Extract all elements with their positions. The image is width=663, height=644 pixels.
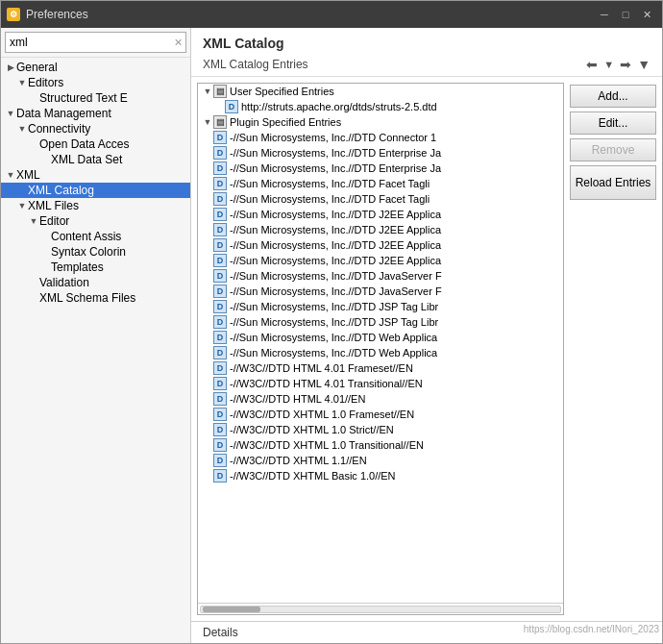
tree-item-xml-files[interactable]: ▼ XML Files	[1, 198, 190, 213]
edit-button[interactable]: Edit...	[570, 111, 656, 135]
catalog-item-e6[interactable]: D -//Sun Microsystems, Inc.//DTD J2EE Ap…	[198, 207, 563, 222]
catalog-item-e12[interactable]: D -//Sun Microsystems, Inc.//DTD JSP Tag…	[198, 299, 563, 314]
minimize-button[interactable]: ─	[595, 6, 614, 23]
tree-item-xml[interactable]: ▼ XML	[1, 167, 190, 183]
catalog-item-e11[interactable]: D -//Sun Microsystems, Inc.//DTD JavaSer…	[198, 284, 563, 299]
nav-back-icon[interactable]: ⬅	[586, 57, 598, 72]
tree-item-templates[interactable]: Templates	[1, 260, 190, 275]
dtd-icon-e4: D	[213, 177, 227, 190]
maximize-button[interactable]: □	[616, 6, 635, 23]
tree-item-xml-data-set[interactable]: XML Data Set	[1, 152, 190, 167]
reload-entries-button[interactable]: Reload Entries	[570, 165, 656, 200]
app-icon: ⚙	[7, 8, 20, 21]
dtd-icon-e11: D	[213, 285, 227, 298]
catalog-item-w2[interactable]: D -//W3C//DTD HTML 4.01 Transitional//EN	[198, 376, 563, 391]
search-clear-icon[interactable]: ✕	[174, 37, 183, 49]
catalog-item-w4[interactable]: D -//W3C//DTD XHTML 1.0 Frameset//EN	[198, 407, 563, 422]
tree-item-validation[interactable]: Validation	[1, 275, 190, 290]
catalog-tree: ▼ ▤ User Specified Entries D http://stru…	[198, 84, 563, 483]
dtd-icon-e8: D	[213, 238, 227, 252]
tree-item-xml-schema-files[interactable]: XML Schema Files	[1, 290, 190, 306]
tree-item-editor[interactable]: ▼ Editor	[1, 213, 190, 229]
dtd-icon-e2: D	[213, 146, 227, 160]
tree-item-syntax-coloring[interactable]: Syntax Colorin	[1, 244, 190, 260]
right-buttons: Add... Edit... Remove Reload Entries	[570, 83, 656, 615]
right-panel: XML Catalog XML Catalog Entries ⬅ ▼ ➡ ▼	[191, 28, 662, 643]
scrollbar-track[interactable]	[200, 606, 561, 613]
catalog-item-e3[interactable]: D -//Sun Microsystems, Inc.//DTD Enterpr…	[198, 161, 563, 176]
toggle-user-specified[interactable]: ▼	[202, 87, 213, 96]
toggle-editors[interactable]: ▼	[16, 78, 28, 87]
catalog-item-e1[interactable]: D -//Sun Microsystems, Inc.//DTD Connect…	[198, 130, 563, 145]
catalog-item-user-specified[interactable]: ▼ ▤ User Specified Entries	[198, 84, 563, 99]
scrollbar-thumb[interactable]	[203, 607, 260, 612]
catalog-item-e4[interactable]: D -//Sun Microsystems, Inc.//DTD Facet T…	[198, 176, 563, 191]
toggle-data-management[interactable]: ▼	[5, 109, 16, 118]
remove-button[interactable]: Remove	[570, 138, 656, 161]
tree-item-open-data-access[interactable]: Open Data Acces	[1, 136, 190, 152]
catalog-item-w1[interactable]: D -//W3C//DTD HTML 4.01 Frameset//EN	[198, 360, 563, 376]
dtd-icon-e15: D	[213, 346, 227, 359]
tree-item-editors[interactable]: ▼ Editors	[1, 75, 190, 90]
tree-item-content-assis[interactable]: Content Assis	[1, 229, 190, 244]
toggle-plugin-specified[interactable]: ▼	[202, 117, 213, 127]
catalog-item-w7[interactable]: D -//W3C//DTD XHTML 1.1//EN	[198, 453, 563, 468]
catalog-item-w6[interactable]: D -//W3C//DTD XHTML 1.0 Transitional//EN	[198, 437, 563, 453]
catalog-item-w8[interactable]: D -//W3C//DTD XHTML Basic 1.0//EN	[198, 468, 563, 483]
catalog-item-e14[interactable]: D -//Sun Microsystems, Inc.//DTD Web App…	[198, 330, 563, 345]
toggle-xml-files[interactable]: ▼	[16, 201, 28, 211]
window-title: Preferences	[26, 8, 88, 21]
toggle-editor[interactable]: ▼	[28, 216, 39, 226]
catalog-item-w5[interactable]: D -//W3C//DTD XHTML 1.0 Strict//EN	[198, 422, 563, 437]
catalog-item-e9[interactable]: D -//Sun Microsystems, Inc.//DTD J2EE Ap…	[198, 253, 563, 268]
toggle-xml[interactable]: ▼	[5, 170, 16, 180]
catalog-item-w3[interactable]: D -//W3C//DTD HTML 4.01//EN	[198, 391, 563, 407]
toggle-connectivity[interactable]: ▼	[16, 124, 28, 134]
catalog-item-e15[interactable]: D -//Sun Microsystems, Inc.//DTD Web App…	[198, 345, 563, 360]
dtd-icon-w8: D	[213, 469, 227, 483]
catalog-item-e10[interactable]: D -//Sun Microsystems, Inc.//DTD JavaSer…	[198, 268, 563, 284]
dtd-icon-e7: D	[213, 223, 227, 236]
dtd-icon-w5: D	[213, 423, 227, 436]
dtd-icon-e6: D	[213, 208, 227, 221]
nav-forward-icon[interactable]: ➡	[620, 57, 631, 72]
search-box-wrap: ✕	[1, 28, 190, 58]
dtd-icon-e12: D	[213, 300, 227, 313]
window-controls: ─ □ ✕	[595, 6, 656, 23]
title-bar-left: ⚙ Preferences	[7, 8, 88, 21]
catalog-item-struts[interactable]: D http://struts.apache.org/dtds/struts-2…	[198, 99, 563, 114]
catalog-item-e8[interactable]: D -//Sun Microsystems, Inc.//DTD J2EE Ap…	[198, 237, 563, 253]
tree-item-general[interactable]: ▶ General	[1, 60, 190, 75]
catalog-item-plugin-specified[interactable]: ▼ ▤ Plugin Specified Entries	[198, 114, 563, 130]
tree-item-xml-catalog[interactable]: XML Catalog	[1, 183, 190, 198]
catalog-item-e7[interactable]: D -//Sun Microsystems, Inc.//DTD J2EE Ap…	[198, 222, 563, 237]
horizontal-scrollbar[interactable]	[198, 603, 563, 614]
preferences-window: ⚙ Preferences ─ □ ✕ ✕ ▶ General	[0, 0, 663, 644]
catalog-item-e2[interactable]: D -//Sun Microsystems, Inc.//DTD Enterpr…	[198, 145, 563, 161]
add-button[interactable]: Add...	[570, 85, 656, 108]
tree-panel[interactable]: ▶ General ▼ Editors Structured Text E	[1, 58, 190, 643]
search-input[interactable]	[5, 32, 186, 53]
dtd-icon-e9: D	[213, 254, 227, 267]
dtd-icon-e3: D	[213, 161, 227, 175]
catalog-item-e13[interactable]: D -//Sun Microsystems, Inc.//DTD JSP Tag…	[198, 314, 563, 330]
catalog-item-e5[interactable]: D -//Sun Microsystems, Inc.//DTD Facet T…	[198, 191, 563, 207]
tree-item-structured-text[interactable]: Structured Text E	[1, 90, 190, 106]
dtd-icon-w6: D	[213, 438, 227, 452]
dtd-icon-e1: D	[213, 131, 227, 144]
title-bar: ⚙ Preferences ─ □ ✕	[1, 1, 662, 28]
dtd-icon-w2: D	[213, 377, 227, 390]
catalog-scroll[interactable]: ▼ ▤ User Specified Entries D http://stru…	[198, 84, 563, 603]
tree-item-data-management[interactable]: ▼ Data Management	[1, 106, 190, 121]
catalog-list: ▼ ▤ User Specified Entries D http://stru…	[197, 83, 564, 615]
dropdown-icon[interactable]: ▼	[603, 59, 614, 70]
footer-label: Details	[203, 626, 238, 639]
toggle-general[interactable]: ▶	[5, 62, 16, 72]
close-button[interactable]: ✕	[637, 6, 656, 23]
more-icon[interactable]: ▼	[637, 57, 651, 72]
tree-item-connectivity[interactable]: ▼ Connectivity	[1, 121, 190, 136]
folder-icon-user: ▤	[213, 85, 227, 98]
main-content: ✕ ▶ General ▼ Editors	[1, 28, 662, 643]
folder-icon-plugin: ▤	[213, 115, 227, 129]
dtd-icon-e14: D	[213, 331, 227, 344]
